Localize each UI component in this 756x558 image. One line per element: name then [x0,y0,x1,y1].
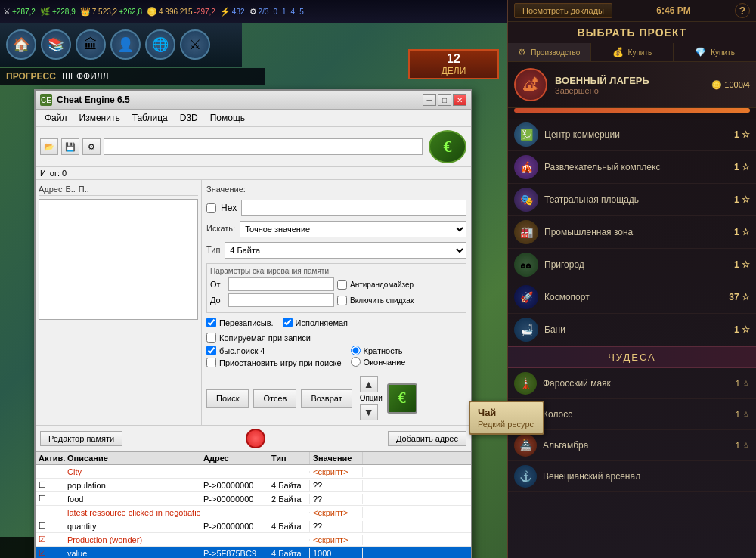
stat-faith: 🌿 +228,9 [40,7,76,17]
col-addr: Адрес [39,184,63,194]
to-input[interactable]: 7fffffffffffffff [228,293,334,307]
game-top-bar: ⚔ +287,2 🌿 +228,9 👑 7 523,2 +262,8 🪙 4 9… [0,0,507,23]
to-label: До [210,296,225,305]
nav-person-btn[interactable]: 👤 [110,29,141,60]
nav-book-btn[interactable]: 📚 [41,29,71,60]
spaceport-icon: 🚀 [514,285,538,309]
building-item-industrial[interactable]: 🏭 Промышленная зона 1 ☆ [508,216,756,249]
ce-close-btn[interactable]: ✕ [453,94,466,106]
stat-envoys: 0 [273,8,277,16]
table-row[interactable]: City <скрипт> [36,465,471,479]
tab-buy-gold[interactable]: 💰 Купить [591,43,674,61]
hex-checkbox[interactable] [206,203,216,213]
result-label: Итог: [40,169,60,178]
add-address-button[interactable]: Добавить адрес [388,431,466,446]
wonder-item-colossus[interactable]: 🗿 Колосс 1 ☆ [508,399,756,430]
pause-label: Приостановить игру при поиске [219,358,342,367]
building-item-bath[interactable]: 🛁 Бани 1 ☆ [508,314,756,346]
help-button[interactable]: ? [735,3,750,18]
antirand-checkbox[interactable] [337,280,347,290]
pause-checkbox[interactable] [206,358,216,367]
ce-address-bar[interactable]: 00000530-CivilizationVI.exe [104,138,423,155]
nav-temple-btn[interactable]: 🏛 [76,29,106,60]
building-item-theater[interactable]: 🎭 Театральная площадь 1 ☆ [508,184,756,216]
radio-end[interactable] [351,357,361,367]
theater-count: 1 ☆ [734,194,750,205]
venetian-name: Венецианский арсенал [543,471,750,482]
theater-name: Театральная площадь [544,194,734,205]
table-row[interactable]: ☐ food P->00000000 2 Байта ?? [36,492,471,506]
scan-to-row: До 7fffffffffffffff Включить спидхак [210,293,463,307]
view-reports-button[interactable]: Посмотреть доклады [514,3,612,18]
table-row[interactable]: ☑ Production (wonder) <скрипт> [36,533,471,547]
wonder-item-lighthouse[interactable]: 🗼 Фаросский маяк 1 ☆ [508,368,756,399]
ce-titlebar: CE Cheat Engine 6.5 ─ □ ✕ [36,91,471,110]
radio-multiple[interactable] [351,346,361,355]
toolbar-open-btn[interactable]: 📂 [40,138,58,155]
options-down-btn[interactable]: ▼ [360,404,378,420]
mem-editor-button[interactable]: Редактор памяти [40,431,122,446]
options-up-btn[interactable]: ▲ [360,376,378,392]
menu-edit[interactable]: Изменить [73,111,126,125]
cell-value-1: ?? [310,480,363,491]
faith-icon: 🌿 [40,7,51,17]
copy-checkbox[interactable] [206,333,216,343]
commerce-icon: 💹 [514,122,538,147]
ce-stop-button[interactable] [246,429,265,448]
hex-label: Hex [221,203,237,213]
ce-minimize-btn[interactable]: ─ [423,94,436,106]
building-item-commerce[interactable]: 💹 Центр коммерции 1 ☆ [508,119,756,151]
lighthouse-name: Фаросский маяк [543,378,736,389]
theater-icon: 🎭 [514,188,538,212]
nav-sword-btn[interactable]: ⚔ [180,29,210,60]
ce-maximize-btn[interactable]: □ [438,94,451,106]
nav-globe-btn[interactable]: 🌐 [145,29,175,60]
scan-params-title: Параметры сканирования памяти [210,267,463,275]
table-row[interactable]: ☑ value P->5F875BC9 4 Байта 1000 [36,547,471,558]
menu-help[interactable]: Помощь [204,111,251,125]
cell-value-2: ?? [310,494,363,504]
wonder-item-alhambra[interactable]: 🏯 Альгамбра 1 ☆ [508,430,756,461]
completed-text: ВОЕННЫЙ ЛАГЕРЬ Завершено [555,75,649,95]
building-item-spaceport[interactable]: 🚀 Космопорт 37 ☆ [508,281,756,314]
cell-type-3 [268,512,310,513]
menu-file[interactable]: Файл [39,111,73,125]
toolbar-settings-btn[interactable]: ⚙ [82,138,101,155]
bath-count: 1 ☆ [734,324,750,335]
toolbar-save-btn[interactable]: 💾 [61,138,79,155]
type-select[interactable]: 4 Байта [225,242,466,259]
ce-address-list[interactable] [39,199,198,320]
from-input[interactable]: 0000000000000000 [228,277,334,291]
filter-button[interactable]: Отсев [253,389,296,408]
table-row[interactable]: ☐ quantity P->00000000 4 Байта ?? [36,519,471,533]
search-button[interactable]: Поиск [206,389,249,408]
cell-addr-0 [200,471,268,473]
stat-science: 👑 7 523,2 +262,8 [80,7,142,17]
value-input[interactable] [241,200,466,216]
table-row[interactable]: ☐ population P->00000000 4 Байта ?? [36,479,471,492]
culture-value: +287,2 [12,8,36,16]
cell-value-6: 1000 [310,548,363,559]
return-button[interactable]: Возврат [301,389,352,408]
speedhack-checkbox[interactable] [337,296,347,305]
menu-d3d[interactable]: D3D [174,111,204,125]
cell-type-1: 4 Байта [268,480,310,491]
project-title: ВЫБРАТЬ ПРОЕКТ [508,22,756,43]
commerce-count: 1 ☆ [734,129,750,140]
building-item-entertainment[interactable]: 🎪 Развлекательный комплекс 1 ☆ [508,151,756,184]
search-type-select[interactable]: Точное значение [240,221,466,237]
wonder-item-venetian[interactable]: ⚓ Венецианский арсенал [508,461,756,492]
table-row[interactable]: latest ressource clicked in negotiations… [36,506,471,519]
fast-search-checkbox[interactable] [206,346,216,355]
executable-checkbox[interactable] [283,318,293,327]
rewrite-checkbox[interactable] [206,318,216,327]
tab-production[interactable]: ⚙ Производство [508,43,591,61]
nav-home-btn[interactable]: 🏠 [6,29,36,60]
menu-table[interactable]: Таблица [126,111,174,125]
cell-desc-4: quantity [64,521,200,532]
tab-buy-faith[interactable]: 💎 Купить [674,43,756,61]
turn-end-btn[interactable]: 12 ДЕЛИ [408,49,499,79]
building-item-suburb[interactable]: 🏘 Пригород 1 ☆ [508,249,756,281]
from-label: От [210,280,225,289]
cell-addr-1: P->00000000 [200,480,268,491]
